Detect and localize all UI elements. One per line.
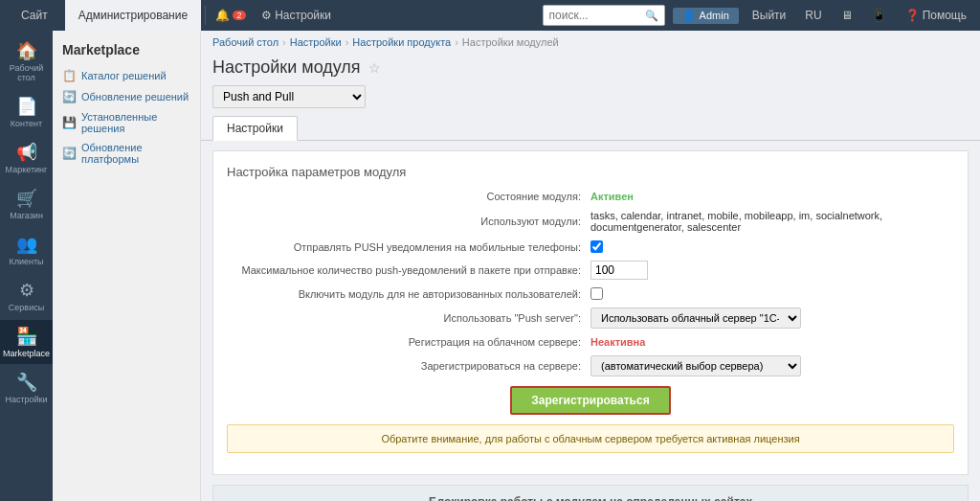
shop-icon: 🛒 bbox=[16, 188, 37, 209]
marketing-icon: 📢 bbox=[16, 142, 37, 163]
sidebar-label-desktop: Рабочий стол bbox=[2, 63, 51, 82]
services-icon: ⚙ bbox=[19, 280, 34, 301]
cloud-reg-status: Неактивна bbox=[590, 336, 645, 348]
sidebar-item-clients[interactable]: 👥 Клиенты bbox=[0, 228, 53, 272]
help-btn[interactable]: ❓ Помощь bbox=[900, 9, 972, 22]
tab-site[interactable]: Сайт bbox=[8, 0, 61, 31]
status-label: Состояние модуля: bbox=[227, 191, 590, 202]
desktop-icon: 🏠 bbox=[16, 40, 37, 61]
push-server-select[interactable]: Использовать облачный сервер "1С-Битрикс… bbox=[590, 307, 801, 329]
page-title: Настройки модуля bbox=[212, 57, 361, 78]
sidebar-item-shop[interactable]: 🛒 Магазин bbox=[0, 182, 53, 226]
left-panel-update-platform[interactable]: 🔄 Обновление платформы bbox=[53, 138, 200, 169]
status-active-text: Активен bbox=[590, 191, 634, 202]
clients-icon: 👥 bbox=[16, 234, 37, 255]
content-icon: 📄 bbox=[16, 96, 37, 117]
installed-icon: 💾 bbox=[62, 116, 77, 129]
max-input[interactable] bbox=[590, 261, 648, 280]
warning-text: Обратите внимание, для работы с облачным… bbox=[381, 433, 799, 444]
update-platform-label: Обновление платформы bbox=[81, 142, 190, 165]
favorite-star-icon[interactable]: ☆ bbox=[368, 60, 381, 76]
sidebar-item-marketing[interactable]: 📢 Маркетинг bbox=[0, 136, 53, 180]
tab-settings[interactable]: Настройки bbox=[212, 116, 298, 141]
warning-box: Обратите внимание, для работы с облачным… bbox=[227, 424, 954, 453]
form-row-push: Отправлять PUSH уведомления на мобильные… bbox=[227, 240, 954, 253]
catalog-label: Каталог решений bbox=[81, 70, 167, 81]
cloud-reg-label: Регистрация на облачном сервере: bbox=[227, 336, 590, 348]
breadcrumb: Рабочий стол › Настройки › Настройки про… bbox=[201, 31, 980, 54]
sep2: › bbox=[345, 36, 349, 48]
guest-checkbox[interactable] bbox=[590, 287, 603, 300]
form-row-server-select: Зарегистрироваться на сервере: (автомати… bbox=[227, 355, 954, 376]
search-input[interactable] bbox=[549, 9, 645, 22]
breadcrumb-current: Настройки модулей bbox=[462, 36, 559, 48]
settings-nav-label: Настройки bbox=[275, 9, 331, 22]
nav-separator bbox=[205, 6, 206, 25]
guest-label: Включить модуль для не авторизованных по… bbox=[227, 288, 590, 300]
tabs-bar: Настройки bbox=[201, 116, 980, 141]
installed-label: Установленные решения bbox=[81, 111, 190, 134]
sidebar-item-marketplace[interactable]: 🏪 Marketplace bbox=[0, 320, 53, 364]
lang-btn[interactable]: RU bbox=[799, 9, 827, 22]
sidebar-item-settings[interactable]: 🔧 Настройки bbox=[0, 366, 53, 410]
settings-section: Настройка параметров модуля Состояние мо… bbox=[212, 150, 969, 475]
help-label: Помощь bbox=[923, 9, 967, 22]
form-row-usedby: Используют модули: tasks, calendar, intr… bbox=[227, 210, 954, 233]
top-nav: Сайт Администрирование 🔔 2 ⚙ Настройки 🔍… bbox=[0, 0, 980, 31]
sidebar-item-services[interactable]: ⚙ Сервисы bbox=[0, 274, 53, 318]
usedby-value: tasks, calendar, intranet, mobile, mobil… bbox=[590, 210, 954, 233]
status-value: Активен bbox=[590, 191, 954, 202]
left-panel-update-solutions[interactable]: 🔄 Обновление решений bbox=[53, 86, 200, 107]
notifications-btn[interactable]: 🔔 2 bbox=[210, 9, 252, 22]
sep1: › bbox=[282, 36, 286, 48]
sidebar-item-content[interactable]: 📄 Контент bbox=[0, 90, 53, 134]
top-nav-right: 🔍 👤 Admin Выйти RU 🖥 📱 ❓ Помощь bbox=[543, 5, 972, 26]
max-label: Максимальное количество push-уведомлений… bbox=[227, 264, 590, 276]
sidebar-label-marketplace: Marketplace bbox=[3, 349, 50, 358]
monitor-icon-btn[interactable]: 🖥 bbox=[835, 9, 858, 22]
catalog-icon: 📋 bbox=[62, 69, 77, 82]
push-label: Отправлять PUSH уведомления на мобильные… bbox=[227, 241, 590, 253]
search-icon: 🔍 bbox=[645, 10, 658, 22]
section-title: Настройка параметров модуля bbox=[227, 165, 954, 179]
phone-icon-btn[interactable]: 📱 bbox=[866, 9, 892, 22]
left-panel: Marketplace 📋 Каталог решений 🔄 Обновлен… bbox=[53, 31, 201, 501]
server-select-label: Зарегистрироваться на сервере: bbox=[227, 360, 590, 372]
update-solutions-label: Обновление решений bbox=[81, 91, 189, 102]
sidebar-label-shop: Магазин bbox=[10, 211, 43, 220]
form-row-status: Состояние модуля: Активен bbox=[227, 191, 954, 202]
usedby-text: tasks, calendar, intranet, mobile, mobil… bbox=[590, 210, 954, 233]
form-row-cloud-reg: Регистрация на облачном сервере: Неактив… bbox=[227, 336, 954, 348]
admin-btn[interactable]: 👤 Admin bbox=[673, 8, 739, 24]
sidebar-item-desktop[interactable]: 🏠 Рабочий стол bbox=[0, 34, 53, 88]
admin-label: Admin bbox=[700, 10, 729, 21]
left-panel-installed[interactable]: 💾 Установленные решения bbox=[53, 107, 200, 138]
tab-admin[interactable]: Администрирование bbox=[65, 0, 201, 31]
register-button[interactable]: Зарегистрироваться bbox=[510, 386, 670, 415]
server-select-value: (автоматический выбор сервера) bbox=[590, 355, 954, 376]
main-content: Рабочий стол › Настройки › Настройки про… bbox=[201, 31, 980, 501]
notifications-badge: 2 bbox=[233, 11, 246, 20]
form-row-guest: Включить модуль для не авторизованных по… bbox=[227, 287, 954, 300]
sidebar-label-content: Контент bbox=[11, 119, 42, 128]
server-select[interactable]: (автоматический выбор сервера) bbox=[590, 355, 801, 376]
exit-btn[interactable]: Выйти bbox=[746, 9, 792, 22]
breadcrumb-settings[interactable]: Настройки bbox=[290, 36, 342, 48]
cloud-reg-value: Неактивна bbox=[590, 336, 954, 348]
sep3: › bbox=[455, 36, 458, 48]
breadcrumb-desktop[interactable]: Рабочий стол bbox=[212, 36, 278, 48]
left-panel-catalog[interactable]: 📋 Каталог решений bbox=[53, 65, 200, 86]
module-select[interactable]: Push and Pull bbox=[212, 85, 366, 108]
push-server-value: Использовать облачный сервер "1С-Битрикс… bbox=[590, 307, 954, 329]
breadcrumb-product-settings[interactable]: Настройки продукта bbox=[352, 36, 451, 48]
sidebar: 🏠 Рабочий стол 📄 Контент 📢 Маркетинг 🛒 М… bbox=[0, 31, 53, 501]
main-layout: 🏠 Рабочий стол 📄 Контент 📢 Маркетинг 🛒 М… bbox=[0, 31, 980, 501]
form-row-max: Максимальное количество push-уведомлений… bbox=[227, 261, 954, 280]
search-box[interactable]: 🔍 bbox=[543, 5, 665, 26]
push-checkbox[interactable] bbox=[590, 240, 603, 253]
push-value bbox=[590, 240, 954, 253]
page-header: Настройки модуля ☆ bbox=[201, 54, 980, 85]
left-panel-title: Marketplace bbox=[53, 38, 200, 65]
sidebar-label-services: Сервисы bbox=[9, 303, 44, 312]
settings-nav-btn[interactable]: ⚙ Настройки bbox=[256, 9, 337, 22]
